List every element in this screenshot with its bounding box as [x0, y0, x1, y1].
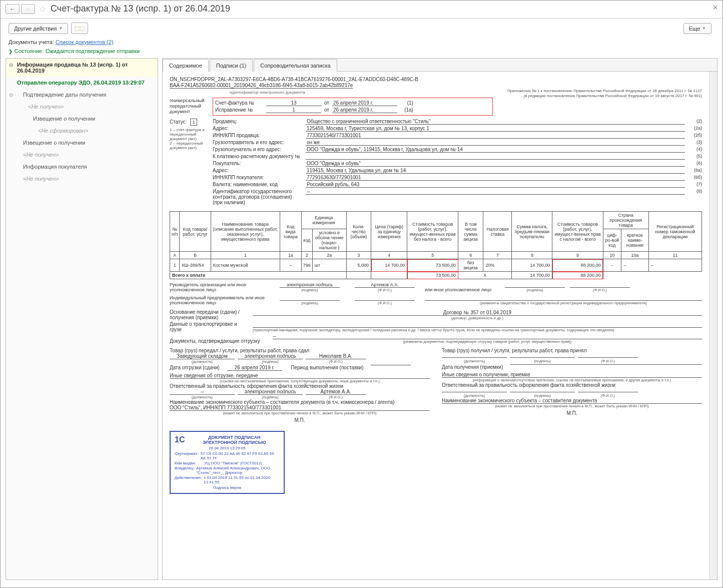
chevron-right-icon: ❯: [9, 49, 13, 54]
nav-back-button[interactable]: ←: [6, 4, 20, 14]
status-value: Ожидается подтверждение отправки: [46, 48, 140, 54]
sidebar-item-6[interactable]: Информация покупателя: [6, 161, 158, 173]
more-button[interactable]: Еще▼: [683, 23, 711, 34]
nav-forward-button[interactable]: →: [21, 4, 35, 14]
sidebar-header-seller-info[interactable]: ⊖ Информация продавца № 13 (испр. 1) от …: [6, 59, 158, 77]
invoice-date: 26 апреля 2019 г.: [332, 100, 397, 106]
filename-2: BAA-F241A5260682-00001_20190426_49cb3186…: [170, 83, 353, 89]
stamp-logo-icon: 1С: [175, 435, 185, 444]
sidebar-item-3[interactable]: <Не сформирован>: [6, 125, 158, 137]
status-note-2: 2 – передаточный документ (акт): [170, 141, 209, 150]
filename-1: ON_NSCHFDOPPR_2AL-A7303297-E6CA-4BD6-A73…: [170, 77, 702, 82]
correction-date: 26 апреля 2019 г.: [332, 107, 397, 113]
table-row: 1 КШ-289/54 Костюм мужской -- 796 шт 5,0…: [170, 259, 702, 272]
other-actions-button[interactable]: Другие действия▼: [9, 23, 68, 34]
invoice-number: 13: [266, 100, 321, 106]
sidebar-status-sent[interactable]: Отправлен оператору ЭДО, 26.04.2019 13:2…: [6, 77, 158, 89]
linkrow-label: Документы учета:: [9, 39, 54, 45]
basis-value: Договор № 357 от 01.04.2019: [253, 310, 702, 316]
window-title: Счет-фактура № 13 (испр. 1) от 26.04.201…: [51, 4, 230, 14]
document-view: ON_NSCHFDOPPR_2AL-A7303297-E6CA-4BD6-A73…: [163, 72, 709, 579]
tab-1[interactable]: Подписи (1): [210, 59, 253, 72]
director-fio: Артемов А.А.: [355, 282, 415, 288]
status-label: Статус:: [170, 119, 187, 125]
dropdown-caret-icon: ▼: [702, 26, 706, 31]
sidebar-item-4[interactable]: Извещение о получении: [6, 137, 158, 149]
collapse-icon[interactable]: ⊖: [9, 92, 13, 98]
collapse-icon[interactable]: ⊖: [9, 62, 13, 68]
tree-icon-button[interactable]: ⬚⬚: [71, 23, 88, 34]
sidebar-item-0[interactable]: ⊖Подтверждение даты получения: [6, 89, 158, 101]
main-panel: СодержимоеПодписи (1)Сопроводительная за…: [162, 58, 717, 580]
status-label: Состояние:: [15, 48, 44, 54]
vertical-scrollbar[interactable]: [709, 72, 717, 579]
goods-table: № п/п Код товара/ работ, услуг Наименова…: [170, 211, 702, 279]
sidebar-item-2[interactable]: Извещение о получении: [6, 113, 158, 125]
documents-list-link[interactable]: Список документов (2): [56, 39, 114, 45]
sidebar-item-1[interactable]: <Не получен>: [6, 101, 158, 113]
status-note-1: 1 – счет-фактура и передаточный документ…: [170, 128, 209, 141]
tab-0[interactable]: Содержимое: [163, 59, 209, 72]
close-button[interactable]: ✕: [712, 4, 718, 12]
dropdown-caret-icon: ▼: [59, 26, 63, 31]
upd-label: Универсальный передаточный документ: [170, 98, 209, 114]
director-signature: электронная подпись: [280, 282, 340, 288]
favorite-star-icon[interactable]: ☆: [38, 4, 48, 14]
appendix-note: Приложение № 1 к постановлению Правитель…: [507, 89, 702, 98]
signature-stamp: 1С ДОКУМЕНТ ПОДПИСАН ЭЛЕКТРОННОЙ ПОДПИСЬ…: [170, 431, 285, 494]
tab-2[interactable]: Сопроводительная записка: [254, 59, 337, 72]
sidebar: ⊖ Информация продавца № 13 (испр. 1) от …: [6, 58, 158, 580]
hierarchy-icon: ⬚⬚: [75, 25, 85, 32]
table-total-row: Всего к оплате 73 500,00 Х 14 700,00 88 …: [170, 272, 702, 279]
correction-number: 1: [266, 107, 321, 113]
sidebar-item-7[interactable]: <Не получен>: [6, 173, 158, 185]
sidebar-item-5[interactable]: <Не получен>: [6, 149, 158, 161]
status-code: 1: [190, 119, 197, 126]
